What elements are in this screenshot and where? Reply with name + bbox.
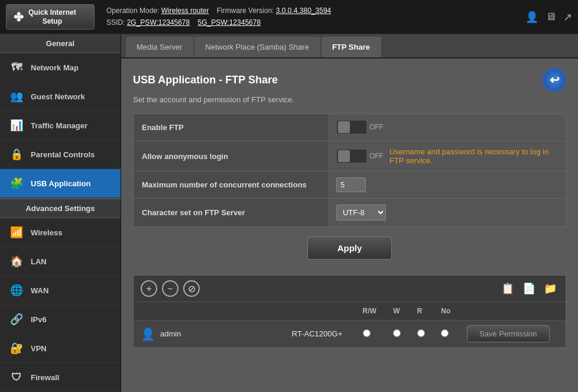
- file-add-icon[interactable]: 📋: [499, 280, 516, 297]
- anon-toggle-track: [336, 149, 367, 163]
- save-col-header: [460, 302, 566, 320]
- user-icon[interactable]: 👤: [525, 11, 538, 24]
- header: ✤ Quick Internet Setup Operation Mode: W…: [0, 0, 578, 34]
- enable-ftp-toggle[interactable]: OFF: [336, 120, 384, 134]
- traffic-manager-icon: 📊: [8, 117, 25, 134]
- max-connections-input[interactable]: [336, 177, 366, 192]
- network-map-icon: 🗺: [8, 59, 25, 76]
- file-edit-icon[interactable]: 📄: [521, 280, 537, 297]
- charset-select[interactable]: UTF-8 GB2312 BIG5 Shift-JIS: [336, 205, 386, 221]
- perm-file-buttons: 📋 📄 📁: [499, 280, 558, 297]
- sidebar-item-firewall[interactable]: 🛡 Firewall: [0, 363, 121, 392]
- sidebar-item-traffic-manager[interactable]: 📊 Traffic Manager: [0, 111, 121, 140]
- sidebar-item-guest-network[interactable]: 👥 Guest Network: [0, 82, 121, 111]
- device-cell: RT-AC1200G+: [285, 320, 356, 348]
- header-info: Operation Mode: Wireless router Firmware…: [95, 5, 525, 28]
- rw-col-header: R/W: [356, 302, 387, 320]
- apply-button[interactable]: Apply: [307, 237, 392, 260]
- rw-radio-cell: [356, 320, 387, 348]
- screen-icon[interactable]: 🖥: [545, 11, 556, 24]
- r-radio[interactable]: [417, 329, 425, 337]
- sidebar-item-label: Wireless: [31, 228, 62, 237]
- r-col-header: R: [410, 302, 434, 320]
- no-radio-cell: [434, 320, 460, 348]
- quick-setup-icon: ✤: [14, 10, 24, 24]
- page-subtitle: Set the account and permission of FTP se…: [133, 95, 566, 104]
- sidebar-item-label: Traffic Manager: [31, 121, 87, 130]
- firmware-label: Firmware Version:: [217, 7, 274, 15]
- sidebar-item-wan[interactable]: 🌐 WAN: [0, 276, 121, 305]
- general-section-label: General: [0, 34, 121, 53]
- remove-user-button[interactable]: －: [162, 280, 178, 297]
- no-col-header: No: [434, 302, 460, 320]
- table-row: 👤 admin RT-AC1200G+: [134, 320, 566, 348]
- charset-value: UTF-8 GB2312 BIG5 Shift-JIS: [328, 199, 566, 227]
- permissions-header: R/W W R No: [134, 302, 566, 320]
- page-content: USB Application - FTP Share ↩ Set the ac…: [121, 59, 578, 358]
- operation-mode-link[interactable]: Wireless router: [161, 7, 209, 15]
- sidebar-item-label: IPv6: [31, 315, 47, 324]
- parental-controls-icon: 🔒: [8, 146, 25, 163]
- tab-media-server[interactable]: Media Server: [126, 37, 193, 57]
- sidebar-item-network-map[interactable]: 🗺 Network Map: [0, 53, 121, 82]
- wireless-icon: 📶: [8, 224, 25, 241]
- r-radio-cell: [410, 320, 434, 348]
- tab-bar: Media Server Network Place (Samba) Share…: [121, 34, 578, 59]
- rw-radio[interactable]: [363, 329, 371, 337]
- save-permission-button[interactable]: Save Permission: [467, 325, 550, 342]
- apply-section: Apply: [133, 227, 566, 269]
- file-delete-icon[interactable]: 📁: [542, 280, 558, 297]
- wan-icon: 🌐: [8, 282, 25, 299]
- firewall-icon: 🛡: [8, 369, 25, 385]
- w-col-header: W: [386, 302, 410, 320]
- sidebar-item-ipv6[interactable]: 🔗 IPv6: [0, 305, 121, 334]
- toggle-track: [336, 120, 367, 134]
- edit-user-button[interactable]: ⊘: [183, 280, 200, 297]
- permissions-section: ＋ － ⊘ 📋 📄 📁 R/W W R: [133, 275, 566, 348]
- sidebar: General 🗺 Network Map 👥 Guest Network 📊 …: [0, 34, 121, 392]
- anon-login-state: OFF: [369, 152, 384, 160]
- device-col-header: [285, 302, 356, 320]
- page-title: USB Application - FTP Share: [133, 74, 278, 86]
- lan-icon: 🏠: [8, 253, 25, 270]
- user-name: admin: [160, 329, 181, 338]
- sidebar-item-vpn[interactable]: 🔐 VPN: [0, 334, 121, 363]
- max-connections-row: Maximum number of concurrent connections: [134, 171, 566, 199]
- anon-toggle-thumb: [338, 150, 350, 162]
- anon-login-warning: Username and password is necessary to lo…: [389, 147, 557, 165]
- advanced-settings-label: Advanced Settings: [0, 198, 121, 218]
- usb-application-icon: 🧩: [8, 175, 25, 192]
- add-user-button[interactable]: ＋: [141, 280, 157, 297]
- sidebar-item-lan[interactable]: 🏠 LAN: [0, 247, 121, 276]
- sidebar-item-label: LAN: [31, 257, 47, 266]
- anon-login-label: Allow anonymous login: [134, 141, 328, 171]
- sidebar-item-label: USB Application: [31, 179, 90, 188]
- back-button[interactable]: ↩: [543, 68, 566, 92]
- w-radio[interactable]: [393, 329, 401, 337]
- w-radio-cell: [386, 320, 410, 348]
- max-connections-label: Maximum number of concurrent connections: [134, 171, 328, 199]
- header-icons: 👤 🖥 ↗: [525, 11, 572, 24]
- sidebar-item-label: WAN: [31, 286, 48, 295]
- charset-label: Character set on FTP Server: [134, 199, 328, 227]
- firmware-link[interactable]: 3.0.0.4.380_3594: [276, 7, 331, 15]
- back-icon: ↩: [550, 73, 560, 87]
- quick-setup-label: Quick Internet Setup: [28, 8, 76, 25]
- tab-network-place[interactable]: Network Place (Samba) Share: [194, 37, 320, 57]
- no-radio[interactable]: [441, 329, 449, 337]
- sidebar-item-parental-controls[interactable]: 🔒 Parental Controls: [0, 140, 121, 169]
- user-cell: 👤 admin: [134, 320, 285, 348]
- sidebar-item-usb-application[interactable]: 🧩 USB Application: [0, 169, 121, 198]
- user-avatar-icon: 👤: [141, 327, 155, 341]
- share-icon[interactable]: ↗: [563, 11, 572, 24]
- sidebar-item-wireless[interactable]: 📶 Wireless: [0, 218, 121, 247]
- ssid-5g-link[interactable]: 5G_PSW:12345678: [198, 18, 261, 27]
- anon-login-toggle[interactable]: OFF: [336, 149, 384, 163]
- sidebar-item-label: VPN: [31, 344, 47, 353]
- save-cell: Save Permission: [460, 320, 566, 348]
- ssid-2g-link[interactable]: 2G_PSW:12345678: [127, 18, 190, 27]
- ssid-label: SSID:: [106, 18, 125, 27]
- ftp-settings-table: Enable FTP OFF Allow anonymous login: [133, 114, 566, 227]
- tab-ftp-share[interactable]: FTP Share: [322, 37, 381, 57]
- quick-setup-button[interactable]: ✤ Quick Internet Setup: [6, 4, 95, 30]
